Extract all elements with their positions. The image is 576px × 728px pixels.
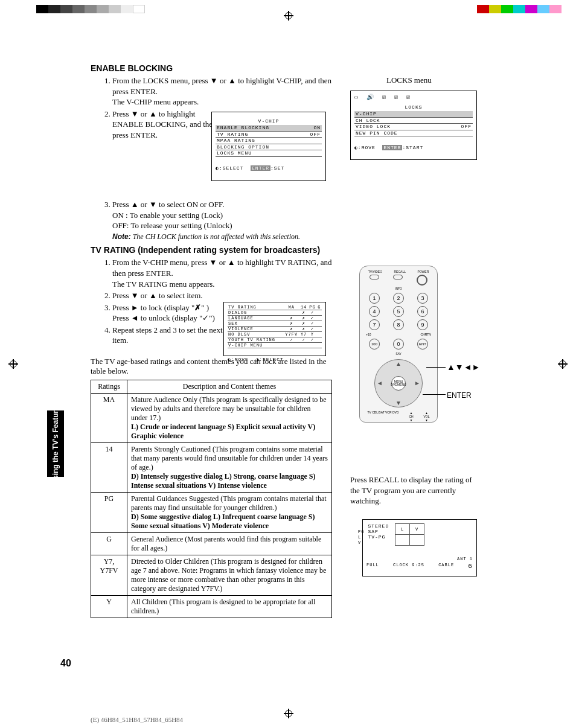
locks-caption: LOCKS menu [386,75,432,85]
color-bar [36,5,145,13]
section-heading: TV RATING (Independent rating system for… [91,245,332,255]
step: From the LOCKS menu, press ▼ or ▲ to hig… [112,75,332,107]
osd-status: PG L V STEREO SAP TV-PG LV ANT 1 FULL CL… [362,519,477,576]
callout-arrows: ▲▼◄► [447,362,480,372]
step: Press ▼ or ▲ to highlight ENABLE BLOCKIN… [112,109,227,141]
step: Press ► to lock (display "✗" ) Press ◄ t… [112,302,239,324]
page-number: 40 [60,658,71,669]
registration-mark [8,359,18,369]
footer-models: (E) 46H84_51H84_57H84_65H84 [91,716,183,723]
recall-text: Press RECALL to display the rating of th… [350,474,483,506]
side-tab: Using the TV's Features [47,410,64,477]
section-heading: ENABLE BLOCKING [91,63,332,73]
osd-tv-rating: TV RATINGMA14PGGDIALOG✗✓LANGUAGE✗✗✓SEX✗✗… [223,302,326,356]
callout-enter: ENTER [447,391,472,400]
callout-line [423,394,446,395]
osd-vchip: V-CHIP ENABLE BLOCKINGONTV RATINGOFFMPAA… [211,112,326,181]
registration-mark [284,709,293,718]
remote-control: TV/VIDEORECALLPOWER INFO 123 456 789 +10… [359,266,438,423]
step: From the V-CHIP menu, press ▼ or ▲ to hi… [112,257,332,289]
color-bar [477,5,562,13]
step: Press ▲ or ▼ to select ON or OFF. ON : T… [112,199,332,241]
step: Press ▼ or ▲ to select item. [112,290,332,301]
ratings-table: RatingsDescription and Content themes MA… [91,380,332,618]
registration-mark [284,11,293,21]
osd-locks: ▭ 🔊 ⎚ ⎚ ⎚ LOCKS V-CHIPCH LOCKVIDEO LOCKO… [350,91,477,160]
registration-mark [558,359,568,369]
step: Repeat steps 2 and 3 to set the next ite… [112,325,233,346]
callout-line [426,367,446,368]
